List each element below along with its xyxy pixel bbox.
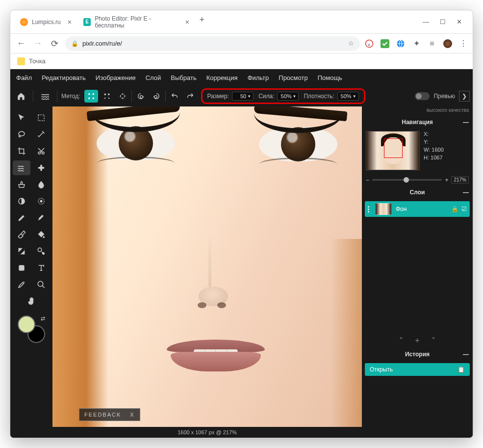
canvas[interactable]: FEEDBACK X 1600 x 1067 px @ 217% — [52, 106, 362, 438]
color-swatch[interactable]: ⇄ — [18, 316, 45, 343]
method-swirl-right-button[interactable] — [150, 90, 163, 103]
method-pinch-button[interactable] — [116, 90, 129, 103]
tool-liquify[interactable] — [13, 160, 30, 175]
lock-icon[interactable]: 🔒 — [451, 206, 458, 212]
method-shrink-button[interactable] — [100, 90, 114, 103]
zoom-slider[interactable]: − + 217% — [362, 173, 473, 186]
redo-button[interactable] — [183, 90, 197, 103]
kebab-menu-icon[interactable]: ⋮ — [459, 39, 468, 48]
history-panel: Открыть 📋 — [362, 360, 473, 379]
maximize-icon[interactable]: ☐ — [440, 18, 446, 26]
svg-point-5 — [19, 132, 25, 136]
drag-handle-icon[interactable] — [368, 206, 371, 212]
menu-layer[interactable]: Слой — [146, 74, 161, 81]
tool-zoom[interactable] — [32, 277, 50, 292]
menu-image[interactable]: Изображение — [96, 74, 136, 81]
layer-up-icon[interactable]: ˄ — [399, 336, 403, 345]
menu-select[interactable]: Выбрать — [171, 74, 196, 81]
tool-fill[interactable] — [32, 227, 50, 242]
tool-marquee[interactable] — [32, 110, 50, 125]
close-feedback-icon[interactable]: X — [130, 412, 134, 418]
omnibox[interactable]: 🔒 pixlr.com/ru/e/ ☆ — [65, 36, 360, 51]
puzzle-ext-icon[interactable]: ✦ — [412, 39, 421, 48]
feedback-button[interactable]: FEEDBACK X — [79, 408, 140, 421]
star-icon[interactable]: ☆ — [348, 40, 354, 47]
workarea: ⇄ FEEDBACK X 1600 — [10, 106, 473, 438]
nav-thumbnail[interactable] — [366, 131, 420, 170]
tool-gradient[interactable] — [13, 244, 30, 259]
tool-cut[interactable] — [32, 144, 50, 158]
history-item[interactable]: Открыть 📋 — [365, 363, 470, 376]
tool-lasso[interactable] — [13, 127, 30, 142]
visibility-icon[interactable]: ☑ — [461, 206, 467, 212]
strength-dropdown[interactable]: 50%▼ — [277, 92, 299, 101]
menu-help[interactable]: Помощь — [318, 74, 342, 81]
tool-crop[interactable] — [13, 144, 30, 158]
tool-blur[interactable] — [32, 177, 50, 192]
tool-shape[interactable] — [13, 261, 30, 275]
density-label: Плотность: — [304, 93, 334, 100]
tool-clone[interactable] — [13, 177, 30, 192]
foreground-color[interactable] — [18, 316, 35, 333]
favicon-lumpics — [20, 18, 28, 26]
close-icon[interactable]: ✕ — [457, 18, 462, 26]
reading-list-icon[interactable]: ≡ — [428, 39, 436, 48]
tab-pixlr[interactable]: E Photo Editor: Pixlr E - бесплатны × — [77, 13, 195, 31]
method-enlarge-button[interactable] — [84, 90, 98, 103]
tool-heal[interactable] — [32, 160, 50, 175]
pixlr-app: Файл Редактировать Изображение Слой Выбр… — [10, 69, 473, 438]
tool-move[interactable] — [13, 110, 30, 125]
tool-eyedropper[interactable] — [13, 277, 30, 292]
menu-file[interactable]: Файл — [16, 74, 32, 81]
collapse-icon[interactable]: — — [463, 189, 469, 196]
svg-point-14 — [38, 248, 42, 252]
preview-toggle[interactable] — [415, 92, 430, 100]
tool-eraser[interactable] — [13, 227, 30, 242]
globe-ext-icon[interactable] — [396, 39, 405, 48]
collapse-icon[interactable]: — — [463, 119, 469, 126]
forward-button[interactable]: → — [32, 38, 44, 50]
expand-options-button[interactable]: ❯ — [459, 91, 470, 102]
tool-replace-color[interactable] — [32, 244, 50, 259]
collapse-icon[interactable]: — — [463, 351, 469, 358]
tool-text[interactable] — [32, 261, 50, 275]
check-ext-icon[interactable] — [381, 39, 389, 48]
close-icon[interactable]: × — [182, 18, 189, 26]
menu-bar: Файл Редактировать Изображение Слой Выбр… — [10, 69, 473, 86]
home-button[interactable] — [13, 89, 29, 103]
opera-ext-icon[interactable]: 6 — [365, 39, 374, 48]
add-layer-icon[interactable]: + — [415, 336, 419, 345]
tool-dodge[interactable] — [13, 194, 30, 209]
back-button[interactable]: ← — [15, 38, 27, 50]
profile-avatar[interactable] — [443, 39, 452, 48]
size-dropdown[interactable]: 50▼ — [232, 92, 254, 101]
menu-filter[interactable]: Фильтр — [248, 74, 269, 81]
tab-lumpics[interactable]: Lumpics.ru × — [14, 13, 77, 31]
liquify-tool-icon[interactable] — [37, 89, 53, 103]
panel-navigation-title: Навигация— — [362, 116, 473, 128]
tool-sponge[interactable] — [32, 194, 50, 209]
layer-item[interactable]: Фон 🔒 ☑ — [365, 201, 470, 217]
close-icon[interactable]: × — [65, 18, 72, 26]
tool-hand[interactable] — [23, 294, 40, 309]
method-swirl-left-button[interactable] — [134, 90, 148, 103]
undo-button[interactable] — [168, 90, 181, 103]
tool-pen[interactable] — [13, 211, 30, 225]
layers-panel: Фон 🔒 ☑ — [362, 198, 473, 220]
layer-down-icon[interactable]: ˅ — [432, 336, 435, 345]
menu-view[interactable]: Просмотр — [279, 74, 307, 81]
tool-brush[interactable] — [32, 211, 50, 225]
minimize-icon[interactable]: — — [423, 18, 429, 26]
menu-adjust[interactable]: Коррекция — [206, 74, 238, 81]
density-dropdown[interactable]: 50%▼ — [337, 92, 359, 101]
svg-text:6: 6 — [368, 43, 370, 47]
bookmark-item[interactable]: Точка — [29, 57, 46, 65]
reload-button[interactable]: ⟳ — [49, 38, 60, 50]
new-tab-button[interactable]: + — [195, 13, 209, 27]
zoom-out-icon[interactable]: − — [366, 177, 369, 184]
tool-wand[interactable] — [32, 127, 50, 142]
zoom-in-icon[interactable]: + — [445, 177, 448, 184]
swap-colors-icon[interactable]: ⇄ — [41, 316, 45, 322]
menu-edit[interactable]: Редактировать — [42, 74, 86, 81]
layer-controls: ˄ + ˅ — [362, 333, 473, 348]
